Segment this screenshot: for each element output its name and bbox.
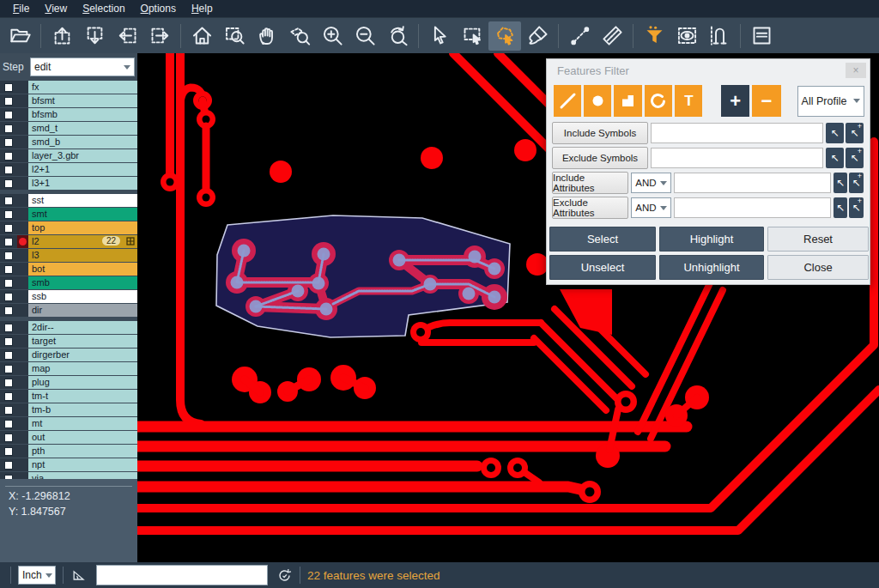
layer-row-l2+1[interactable]: l2+1 bbox=[0, 163, 137, 176]
layer-indicator-cell[interactable] bbox=[17, 349, 28, 361]
layer-indicator-cell[interactable] bbox=[17, 249, 28, 262]
layer-checkbox[interactable] bbox=[4, 238, 13, 246]
layer-row-tm-b[interactable]: tm-b bbox=[0, 403, 137, 416]
layer-checkbox[interactable] bbox=[4, 293, 13, 301]
layer-row-smb[interactable]: smb bbox=[0, 276, 137, 289]
open-folder-icon[interactable] bbox=[3, 21, 36, 51]
layer-row-l2[interactable]: l222 bbox=[0, 235, 137, 248]
layer-indicator-cell[interactable] bbox=[17, 290, 28, 303]
zoom-in-icon[interactable] bbox=[316, 21, 349, 51]
layer-row-plug[interactable]: plug bbox=[0, 376, 137, 389]
layer-row-ssb[interactable]: ssb bbox=[0, 290, 137, 303]
layer-row-npt[interactable]: npt bbox=[0, 458, 137, 471]
unhighlight-button[interactable]: Unhighlight bbox=[659, 255, 764, 280]
layer-checkbox[interactable] bbox=[4, 252, 13, 260]
layer-row-smd_b[interactable]: smd_b bbox=[0, 136, 137, 149]
exclude-attributes-operator-select[interactable]: AND bbox=[631, 197, 670, 218]
close-button[interactable]: Close bbox=[767, 255, 869, 280]
layer-checkbox[interactable] bbox=[4, 351, 13, 360]
feature-type-text-icon[interactable]: T bbox=[675, 85, 702, 117]
pick-arrow-icon[interactable]: ↖ bbox=[834, 197, 848, 218]
layer-row-layer_3.gbr[interactable]: layer_3.gbr bbox=[0, 149, 137, 162]
layer-checkbox[interactable] bbox=[4, 420, 13, 428]
layer-indicator-cell[interactable] bbox=[17, 458, 28, 471]
layer-indicator-cell[interactable] bbox=[17, 81, 28, 94]
layer-indicator-cell[interactable] bbox=[17, 108, 28, 121]
close-icon[interactable]: × bbox=[846, 63, 866, 78]
layer-row-tm-t[interactable]: tm-t bbox=[0, 390, 137, 403]
exclude-attributes-button[interactable]: Exclude Attributes bbox=[552, 197, 628, 219]
menu-file[interactable]: File bbox=[5, 1, 37, 16]
zoom-object-icon[interactable] bbox=[283, 21, 316, 51]
menu-view[interactable]: View bbox=[37, 1, 75, 16]
feature-type-surface-icon[interactable] bbox=[614, 85, 641, 117]
pick-arrow-add-icon[interactable]: ↖+ bbox=[849, 173, 864, 193]
select-rect-icon[interactable] bbox=[456, 21, 488, 51]
layer-checkbox[interactable] bbox=[4, 406, 13, 415]
layer-checkbox[interactable] bbox=[4, 324, 13, 332]
layer-checkbox[interactable] bbox=[4, 306, 13, 315]
layer-indicator-cell[interactable] bbox=[17, 376, 28, 389]
layer-indicator-cell[interactable] bbox=[17, 263, 28, 276]
sync-icon[interactable] bbox=[276, 567, 293, 584]
measure-ruler-icon[interactable] bbox=[596, 21, 628, 51]
layer-checkbox[interactable] bbox=[4, 197, 13, 205]
exclude-symbols-field[interactable] bbox=[651, 148, 823, 168]
layer-row-fx[interactable]: fx bbox=[0, 81, 137, 94]
layer-row-target[interactable]: target bbox=[0, 335, 137, 348]
view-eye-icon[interactable] bbox=[670, 21, 703, 51]
layer-indicator-cell[interactable] bbox=[17, 321, 28, 334]
pick-arrow-add-icon[interactable]: ↖+ bbox=[846, 123, 864, 143]
layer-checkbox[interactable] bbox=[4, 179, 13, 188]
zoom-previous-icon[interactable] bbox=[381, 21, 414, 51]
layer-checkbox[interactable] bbox=[4, 392, 13, 401]
home-icon[interactable] bbox=[185, 21, 218, 51]
layers-panel-icon[interactable] bbox=[745, 21, 778, 51]
pan-hand-icon[interactable] bbox=[251, 21, 283, 51]
layer-row-dirgerber[interactable]: dirgerber bbox=[0, 349, 137, 361]
layer-indicator-cell[interactable] bbox=[17, 208, 28, 221]
pick-arrow-add-icon[interactable]: ↖+ bbox=[849, 197, 864, 218]
include-symbols-field[interactable] bbox=[651, 123, 823, 143]
feature-type-arc-icon[interactable] bbox=[645, 85, 672, 117]
feature-type-pad-icon[interactable] bbox=[584, 85, 611, 117]
remove-filter-button[interactable]: − bbox=[752, 85, 780, 117]
menu-options[interactable]: Options bbox=[133, 1, 184, 16]
menu-help[interactable]: Help bbox=[184, 1, 221, 16]
zoom-window-icon[interactable] bbox=[218, 21, 251, 51]
layer-checkbox[interactable] bbox=[4, 83, 13, 92]
layer-indicator-cell[interactable] bbox=[17, 431, 28, 444]
measure-line-icon[interactable] bbox=[563, 21, 596, 51]
layer-row-map[interactable]: map bbox=[0, 362, 137, 375]
layer-checkbox[interactable] bbox=[4, 365, 13, 373]
layer-checkbox[interactable] bbox=[4, 224, 13, 233]
layer-indicator-cell[interactable] bbox=[17, 122, 28, 135]
layer-row-bfsmt[interactable]: bfsmt bbox=[0, 94, 137, 107]
layer-checkbox[interactable] bbox=[4, 337, 13, 346]
angle-corner-icon[interactable] bbox=[70, 567, 88, 584]
dialog-title-bar[interactable]: Features Filter × bbox=[547, 59, 870, 82]
step-select[interactable]: edit bbox=[30, 58, 135, 76]
layer-row-out[interactable]: out bbox=[0, 431, 137, 444]
layer-indicator-cell[interactable] bbox=[17, 417, 28, 430]
layer-row-sst[interactable]: sst bbox=[0, 194, 137, 207]
layer-checkbox[interactable] bbox=[4, 97, 13, 106]
pick-arrow-add-icon[interactable]: ↖+ bbox=[846, 148, 864, 168]
select-button[interactable]: Select bbox=[549, 227, 656, 252]
include-attributes-operator-select[interactable]: AND bbox=[631, 173, 670, 193]
exclude-attributes-field[interactable] bbox=[674, 197, 831, 218]
unselect-button[interactable]: Unselect bbox=[549, 255, 656, 280]
layer-indicator-cell[interactable] bbox=[17, 163, 28, 176]
include-symbols-button[interactable]: Include Symbols bbox=[552, 122, 648, 144]
layer-row-bfsmb[interactable]: bfsmb bbox=[0, 108, 137, 121]
layer-indicator-cell[interactable] bbox=[17, 149, 28, 162]
include-attributes-button[interactable]: Include Attributes bbox=[552, 172, 628, 194]
paint-brush-icon[interactable] bbox=[521, 21, 554, 51]
layer-row-smd_t[interactable]: smd_t bbox=[0, 122, 137, 135]
layer-indicator-cell[interactable] bbox=[17, 221, 28, 234]
layer-row-l3[interactable]: l3 bbox=[0, 249, 137, 262]
layer-row-dir[interactable]: dir bbox=[0, 304, 137, 317]
layer-row-pth[interactable]: pth bbox=[0, 445, 137, 458]
layer-checkbox[interactable] bbox=[4, 166, 13, 174]
layer-indicator-cell[interactable] bbox=[17, 304, 28, 317]
